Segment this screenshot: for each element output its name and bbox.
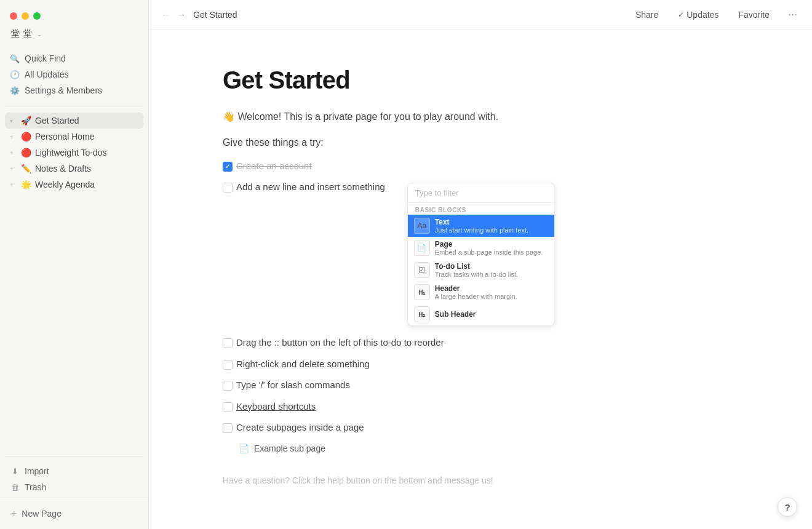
im-desc-text: Just start writing with plain text. [435, 226, 528, 234]
sidebar-footer: + New Page [0, 498, 148, 529]
sidebar-item-all-updates[interactable]: 🕐 All Updates [5, 66, 143, 82]
check-label-2: Drag the :: button on the left of this t… [236, 336, 444, 350]
plus-icon: + [11, 508, 17, 519]
sidebar-page-personal-home[interactable]: + 🔴 Personal Home [5, 129, 143, 145]
welcome-text: 👋 Welcome! This is a private page for yo… [223, 109, 738, 125]
checklist-item-1: Add a new line and insert something Type… [223, 179, 738, 330]
im-title-todo: To-do List [435, 262, 518, 271]
drag-handle-0[interactable]: :: [202, 158, 212, 170]
traffic-lights [7, 7, 141, 26]
checklist-item-3: Right-click and delete something [223, 356, 738, 373]
sidebar-item-quick-find[interactable]: 🔍 Quick Find [5, 50, 143, 66]
insert-menu-item-page[interactable]: 📄 Page Embed a sub-page inside this page… [408, 237, 554, 259]
all-updates-label: All Updates [25, 70, 69, 79]
checkbox-2[interactable] [223, 338, 233, 348]
workspace-name: 堂 [23, 28, 32, 39]
import-label: Import [25, 466, 49, 476]
page-label-get-started: Get Started [35, 116, 79, 125]
todo-block-icon: ☑ [414, 262, 430, 278]
sidebar-pages: ▾ 🚀 Get Started + 🔴 Personal Home + 🔴 Li… [0, 110, 148, 453]
page-emoji-get-started: 🚀 [21, 116, 31, 125]
sidebar-item-trash[interactable]: 🗑 Trash [5, 479, 143, 495]
search-icon: 🔍 [10, 54, 20, 63]
subheader-block-info: Sub Header [435, 310, 476, 319]
check-row-5: Keyboard shortcuts [223, 399, 316, 415]
insert-menu-item-subheader[interactable]: H₂ Sub Header [408, 303, 554, 325]
im-title-header: Header [435, 284, 517, 293]
sidebar-item-import[interactable]: ⬇ Import [5, 463, 143, 479]
titlebar-page-title: Get Started [193, 10, 624, 20]
minimize-traffic-light[interactable] [22, 12, 29, 20]
trash-label: Trash [25, 482, 46, 492]
checkbox-6[interactable] [223, 423, 233, 433]
example-subpage[interactable]: 📄 Example sub page [223, 441, 738, 456]
favorite-button[interactable]: Favorite [732, 7, 776, 23]
new-page-label: New Page [22, 509, 62, 519]
sidebar-page-notes[interactable]: + ✏️ Notes & Drafts [5, 161, 143, 177]
quick-find-label: Quick Find [25, 54, 66, 63]
gear-icon: ⚙️ [10, 86, 20, 95]
forward-button[interactable]: → [175, 7, 188, 22]
check-row-6: Create subpages inside a page [223, 420, 364, 436]
new-page-button[interactable]: + New Page [5, 503, 143, 524]
checklist-item-6: Create subpages inside a page [223, 420, 738, 436]
page-label-personal-home: Personal Home [35, 132, 95, 141]
chevron-down-icon: ▾ [10, 117, 17, 124]
checkbox-5[interactable] [223, 402, 233, 412]
im-desc-header: A large header with margin. [435, 293, 517, 300]
sidebar-item-settings[interactable]: ⚙️ Settings & Members [5, 82, 143, 98]
chevron-icon-4: + [10, 181, 17, 188]
share-button[interactable]: Share [629, 7, 664, 23]
insert-menu-item-todo[interactable]: ☑ To-do List Track tasks with a to-do li… [408, 259, 554, 281]
subpage-label: Example sub page [254, 443, 325, 453]
im-title-text: Text [435, 218, 528, 226]
clock-icon: 🕐 [10, 70, 20, 79]
close-traffic-light[interactable] [10, 12, 17, 20]
page-emoji-todos: 🔴 [21, 148, 31, 157]
try-text: Give these things a try: [223, 137, 738, 148]
insert-menu-item-header[interactable]: H₁ Header A large header with margin. [408, 281, 554, 303]
sidebar-bottom: ⬇ Import 🗑 Trash [0, 461, 148, 498]
page-emoji-personal-home: 🔴 [21, 132, 31, 141]
checklist-item-2: Drag the :: button on the left of this t… [223, 335, 738, 351]
updates-button[interactable]: ✓ Updates [672, 7, 725, 23]
header-block-icon: H₁ [414, 284, 430, 300]
import-icon: ⬇ [10, 467, 20, 476]
sidebar-page-weekly[interactable]: + 🌟 Weekly Agenda [5, 177, 143, 193]
back-button[interactable]: ← [159, 7, 172, 22]
sidebar-nav: 🔍 Quick Find 🕐 All Updates ⚙️ Settings &… [0, 47, 148, 102]
sidebar-divider-1 [5, 106, 143, 106]
checkbox-3[interactable] [223, 360, 233, 370]
check-row-2: Drag the :: button on the left of this t… [223, 335, 444, 351]
check-row-0: Create an account [223, 158, 312, 175]
sidebar-page-get-started[interactable]: ▾ 🚀 Get Started [5, 113, 143, 129]
sidebar-divider-2 [5, 456, 143, 457]
page-label-notes: Notes & Drafts [35, 164, 91, 173]
checkbox-1[interactable] [223, 183, 233, 193]
chevron-icon-3: + [10, 165, 17, 172]
checkbox-4[interactable] [223, 381, 233, 391]
check-label-4: Type '/' for slash commands [236, 378, 350, 392]
insert-menu-filter: Type to filter [408, 183, 554, 203]
nav-arrows: ← → [159, 7, 188, 22]
keyboard-shortcuts-link[interactable]: Keyboard shortcuts [236, 400, 316, 414]
insert-menu-item-text[interactable]: Aa Text Just start writing with plain te… [408, 215, 554, 237]
maximize-traffic-light[interactable] [33, 12, 41, 20]
workspace-selector[interactable]: 堂 堂 ⌄ [7, 26, 141, 42]
updates-label: Updates [687, 10, 718, 20]
sidebar-top: 堂 堂 ⌄ [0, 0, 148, 47]
more-options-button[interactable]: ··· [783, 6, 802, 23]
checkbox-0[interactable] [223, 162, 233, 172]
check-row-1: Add a new line and insert something [223, 179, 385, 196]
sidebar-page-todos[interactable]: + 🔴 Lightweight To-dos [5, 145, 143, 161]
settings-label: Settings & Members [25, 86, 102, 95]
insert-menu-section-label: BASIC BLOCKS [408, 203, 554, 215]
help-button[interactable]: ? [778, 497, 797, 517]
im-desc-page: Embed a sub-page inside this page. [435, 249, 543, 256]
check-label-3: Right-click and delete something [236, 357, 370, 372]
add-block-button-0[interactable]: + [191, 158, 201, 170]
checklist: + :: Create an account Add a new line an… [223, 158, 738, 456]
titlebar: ← → Get Started Share ✓ Updates Favorite… [149, 0, 812, 30]
im-title-subheader: Sub Header [435, 310, 476, 319]
check-label-6: Create subpages inside a page [236, 421, 364, 435]
